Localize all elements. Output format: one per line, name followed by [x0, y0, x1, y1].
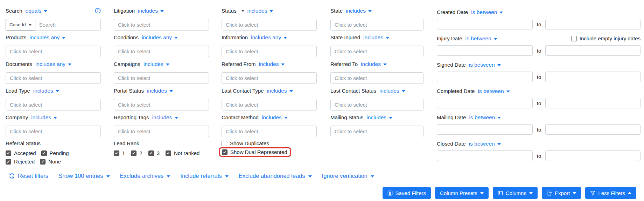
exclude-archives-dropdown[interactable]: Exclude archives: [120, 173, 170, 179]
operator-dropdown[interactable]: is between: [469, 62, 501, 68]
export-button[interactable]: Export: [542, 187, 581, 199]
info-icon[interactable]: [95, 8, 101, 14]
closed-date-from-input[interactable]: [437, 150, 533, 161]
search-operator-dropdown[interactable]: equals: [26, 8, 48, 14]
operator-value: is between: [469, 141, 495, 147]
litigation-select[interactable]: [114, 19, 209, 31]
conditions-select[interactable]: [114, 46, 209, 57]
referral-pending-checkbox[interactable]: ✓ Pending: [41, 150, 69, 156]
lead-rank-2-checkbox[interactable]: ✓ 2: [131, 150, 142, 156]
operator-dropdown[interactable]: includes: [267, 88, 293, 94]
status-select[interactable]: [222, 19, 317, 31]
operator-dropdown[interactable]: includes: [262, 114, 288, 121]
completed-date-to-input[interactable]: [545, 98, 640, 108]
mailing-date-from-input[interactable]: [437, 124, 533, 135]
operator-dropdown[interactable]: includes any: [29, 34, 65, 41]
operator-value: includes: [366, 114, 386, 121]
operator-dropdown[interactable]: is between: [478, 88, 510, 94]
status-label-dropdown[interactable]: Status: [222, 8, 244, 14]
lead-rank-3-checkbox[interactable]: ✓ 3: [148, 150, 160, 156]
show-entries-dropdown[interactable]: Show 100 entries: [58, 173, 110, 179]
checkmark-icon: ✓: [131, 151, 136, 156]
lead-type-select[interactable]: [6, 99, 101, 110]
filter-column-4: State includes State Injured includes Re…: [330, 0, 424, 140]
state-select[interactable]: [330, 19, 424, 31]
columns-button[interactable]: Columns: [493, 187, 538, 199]
operator-dropdown[interactable]: includes: [379, 88, 405, 94]
operator-dropdown[interactable]: is between: [469, 141, 501, 147]
campaigns-select[interactable]: [114, 72, 209, 84]
link-label: Include referrals: [180, 173, 222, 179]
chevron-down-icon: [402, 90, 405, 92]
created-date-from-input[interactable]: [437, 19, 533, 29]
products-select[interactable]: [6, 46, 101, 57]
signed-date-to-input[interactable]: [545, 72, 640, 82]
operator-value: includes any: [142, 34, 172, 41]
operator-value: includes: [361, 61, 381, 67]
search-input-group: Case Id: [6, 19, 101, 31]
referred-to-select[interactable]: [330, 72, 424, 84]
operator-dropdown[interactable]: includes: [361, 61, 387, 67]
include-empty-injury-dates-checkbox[interactable]: Include empty injury dates: [571, 35, 640, 41]
last-contact-status-select[interactable]: [330, 99, 424, 110]
operator-dropdown[interactable]: includes: [259, 61, 285, 67]
mailing-date-to-input[interactable]: [545, 124, 640, 135]
operator-value: includes: [152, 114, 172, 121]
operator-dropdown[interactable]: includes any: [35, 61, 71, 67]
documents-select[interactable]: [6, 72, 101, 84]
lead-rank-1-checkbox[interactable]: ✓ 1: [114, 150, 125, 156]
injury-date-to-input[interactable]: [545, 45, 640, 56]
search-type-dropdown[interactable]: Case Id: [6, 19, 35, 31]
referred-from-select[interactable]: [222, 72, 317, 84]
mailing-status-select[interactable]: [330, 126, 424, 137]
referral-rejected-checkbox[interactable]: ✓ Rejected: [6, 159, 35, 165]
operator-value: is between: [469, 114, 495, 121]
operator-dropdown[interactable]: includes: [144, 61, 169, 67]
operator-dropdown[interactable]: includes any: [251, 34, 287, 41]
field-label: State Injured: [330, 34, 360, 40]
operator-dropdown[interactable]: includes: [366, 114, 392, 121]
column-presets-button[interactable]: Column Presets: [435, 187, 489, 199]
show-duplicates-checkbox[interactable]: Show Duplicates: [222, 140, 269, 146]
closed-date-to-input[interactable]: [545, 150, 640, 161]
ignore-verification-dropdown[interactable]: Ignore verification: [322, 173, 374, 179]
lead-rank-not-ranked-checkbox[interactable]: ✓ Not ranked: [166, 150, 200, 156]
reset-filters-link[interactable]: Reset filters: [9, 173, 48, 179]
information-select[interactable]: [222, 46, 317, 57]
referral-accepted-checkbox[interactable]: ✓ Accepted: [6, 150, 36, 156]
operator-dropdown[interactable]: includes: [33, 88, 59, 94]
filter-field-documents: Documents includes any: [6, 60, 101, 87]
contact-method-select[interactable]: [222, 126, 317, 137]
operator-dropdown[interactable]: includes: [31, 114, 57, 121]
field-label: Signed Date: [437, 62, 466, 68]
operator-dropdown[interactable]: includes any: [142, 34, 178, 41]
created-date-to-input[interactable]: [545, 19, 640, 29]
show-dual-represented-checkbox[interactable]: ✓ Show Dual Represented: [222, 149, 287, 155]
operator-dropdown[interactable]: includes: [363, 34, 389, 41]
less-filters-button[interactable]: Less Filters: [585, 187, 636, 199]
include-referrals-dropdown[interactable]: Include referrals: [180, 173, 228, 179]
referral-none-checkbox[interactable]: ✓ None: [40, 159, 61, 165]
company-select[interactable]: [6, 126, 101, 137]
operator-dropdown[interactable]: includes: [247, 8, 273, 14]
operator-dropdown[interactable]: is between: [471, 9, 503, 15]
last-contact-type-select[interactable]: [222, 99, 317, 110]
injury-date-from-input[interactable]: [437, 45, 533, 56]
state-injured-select[interactable]: [330, 46, 424, 57]
operator-dropdown[interactable]: includes: [147, 88, 173, 94]
signed-date-from-input[interactable]: [437, 72, 533, 82]
completed-date-from-input[interactable]: [437, 98, 533, 108]
search-input[interactable]: [35, 19, 101, 31]
exclude-abandoned-leads-dropdown[interactable]: Exclude abandoned leads: [239, 173, 312, 179]
operator-dropdown[interactable]: includes: [138, 8, 164, 14]
operator-dropdown[interactable]: includes: [346, 8, 372, 14]
saved-filters-button[interactable]: Saved Filters: [383, 187, 431, 199]
operator-dropdown[interactable]: is between: [469, 114, 501, 121]
chevron-down-icon: [529, 192, 533, 194]
reporting-tags-select[interactable]: [114, 126, 209, 137]
portal-status-select[interactable]: [114, 99, 209, 110]
chevron-down-icon: [480, 192, 484, 194]
operator-dropdown[interactable]: is between: [465, 35, 497, 42]
operator-dropdown[interactable]: includes: [152, 114, 178, 121]
date-range-to-label: to: [533, 100, 545, 106]
